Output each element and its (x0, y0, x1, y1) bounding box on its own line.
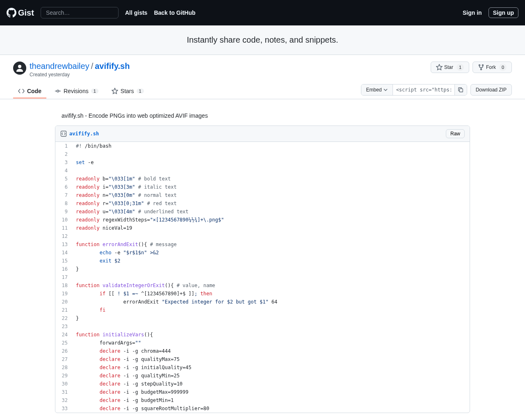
line-number[interactable]: 29 (55, 372, 72, 380)
code-line: 7readonly n="\033[0m" # normal text (55, 191, 470, 199)
svg-rect-5 (460, 89, 463, 92)
line-content: } (72, 265, 470, 273)
line-content: readonly u="\033[4m" # underlined text (72, 208, 470, 216)
line-content: declare -i -g chroma=444 (72, 347, 470, 355)
line-number[interactable]: 7 (55, 191, 72, 199)
commit-icon (55, 88, 61, 94)
file-name-link[interactable]: avifify.sh (69, 131, 99, 137)
owner-link[interactable]: theandrewbailey (30, 62, 89, 71)
file-header: avifify.sh Raw (55, 126, 470, 142)
code-line: 31 declare -i -g budgetMax=999999 (55, 388, 470, 396)
avatar[interactable] (13, 62, 26, 75)
line-number[interactable]: 17 (55, 273, 72, 281)
line-number[interactable]: 12 (55, 232, 72, 240)
code-line: 20 errorAndExit "Expected integer for $2… (55, 298, 470, 306)
line-content: declare -i -g squareRootMultiplier=80 (72, 404, 470, 413)
line-number[interactable]: 4 (55, 167, 72, 175)
hero-banner: Instantly share code, notes, and snippet… (0, 25, 525, 55)
line-number[interactable]: 26 (55, 347, 72, 355)
code-line: 1#! /bin/bash (55, 142, 470, 150)
filename-link[interactable]: avifify.sh (95, 62, 130, 71)
line-content: readonly regexWidthSteps="×[1234567890¼½… (72, 216, 470, 224)
line-number[interactable]: 5 (55, 175, 72, 183)
code-table: 1#! /bin/bash23set -e45readonly b="\033[… (55, 142, 470, 413)
line-number[interactable]: 24 (55, 331, 72, 339)
signin-link[interactable]: Sign in (463, 9, 482, 16)
code-line: 13function errorAndExit(){ # message (55, 240, 470, 249)
line-number[interactable]: 23 (55, 322, 72, 331)
svg-point-2 (482, 65, 484, 66)
fork-button[interactable]: Fork 0 (472, 62, 512, 73)
tab-code-label: Code (27, 88, 41, 94)
line-number[interactable]: 32 (55, 396, 72, 404)
tab-stars[interactable]: Stars 1 (107, 84, 149, 98)
line-number[interactable]: 19 (55, 290, 72, 298)
tab-revisions-label: Revisions (64, 88, 89, 94)
nav-all-gists[interactable]: All gists (125, 9, 147, 16)
copy-button[interactable] (454, 84, 467, 95)
line-content: set -e (72, 158, 470, 167)
tab-revisions[interactable]: Revisions 1 (50, 84, 103, 98)
line-number[interactable]: 27 (55, 355, 72, 363)
line-number[interactable]: 21 (55, 306, 72, 314)
star-count: 1 (457, 64, 464, 71)
path-sep: / (91, 62, 94, 71)
code-line: 22} (55, 314, 470, 322)
line-content: declare -i -g budgetMin=1 (72, 396, 470, 404)
fork-icon (478, 64, 484, 71)
nav-back-to-github[interactable]: Back to GitHub (154, 9, 195, 16)
line-number[interactable]: 1 (55, 142, 72, 150)
line-number[interactable]: 25 (55, 339, 72, 347)
chevron-down-icon (383, 88, 388, 92)
code-line: 28 declare -i -g initialQuality=45 (55, 363, 470, 372)
code-line: 3set -e (55, 158, 470, 167)
svg-point-4 (57, 90, 59, 92)
star-button[interactable]: Star 1 (431, 62, 469, 73)
tabnav: Code Revisions 1 Stars 1 Embed Download … (0, 84, 525, 99)
search-input[interactable] (41, 7, 119, 18)
line-number[interactable]: 30 (55, 380, 72, 388)
download-zip-button[interactable]: Download ZIP (470, 84, 512, 96)
code-line: 5readonly b="\033[1m" # bold text (55, 175, 470, 183)
line-content (72, 322, 470, 331)
embed-url-input[interactable] (393, 84, 454, 95)
code-line: 29 declare -i -g qualityMin=25 (55, 372, 470, 380)
raw-button[interactable]: Raw (446, 129, 465, 138)
line-content: declare -i -g initialQuality=45 (72, 363, 470, 372)
created-label: Created yesterday (30, 72, 130, 78)
stars-count: 1 (137, 89, 144, 94)
tab-code[interactable]: Code (13, 84, 46, 98)
line-number[interactable]: 18 (55, 281, 72, 290)
code-line: 16} (55, 265, 470, 273)
line-number[interactable]: 8 (55, 199, 72, 208)
line-number[interactable]: 9 (55, 208, 72, 216)
code-line: 14 echo -e "$r$1$n" >&2 (55, 249, 470, 257)
line-number[interactable]: 31 (55, 388, 72, 396)
line-number[interactable]: 16 (55, 265, 72, 273)
line-number[interactable]: 20 (55, 298, 72, 306)
code-square-icon (60, 130, 67, 137)
line-number[interactable]: 10 (55, 216, 72, 224)
line-number[interactable]: 15 (55, 257, 72, 265)
line-number[interactable]: 2 (55, 150, 72, 158)
embed-dropdown[interactable]: Embed (361, 84, 393, 95)
line-content: declare -i -g qualityMax=75 (72, 355, 470, 363)
line-content: readonly i="\033[3m" # italic text (72, 183, 470, 191)
line-content: } (72, 314, 470, 322)
signup-button[interactable]: Sign up (488, 7, 518, 18)
code-line: 9readonly u="\033[4m" # underlined text (55, 208, 470, 216)
line-number[interactable]: 28 (55, 363, 72, 372)
line-number[interactable]: 3 (55, 158, 72, 167)
line-number[interactable]: 22 (55, 314, 72, 322)
line-number[interactable]: 33 (55, 404, 72, 413)
line-content (72, 150, 470, 158)
line-number[interactable]: 6 (55, 183, 72, 191)
line-number[interactable]: 14 (55, 249, 72, 257)
line-number[interactable]: 11 (55, 224, 72, 232)
logo-link[interactable]: Gist (7, 8, 34, 18)
line-number[interactable]: 13 (55, 240, 72, 249)
code-line: 26 declare -i -g chroma=444 (55, 347, 470, 355)
code-line: 27 declare -i -g qualityMax=75 (55, 355, 470, 363)
line-content: if [[ ! $1 =~ ^[1234567890]+$ ]]; then (72, 290, 470, 298)
code-line: 24function initializeVars(){ (55, 331, 470, 339)
